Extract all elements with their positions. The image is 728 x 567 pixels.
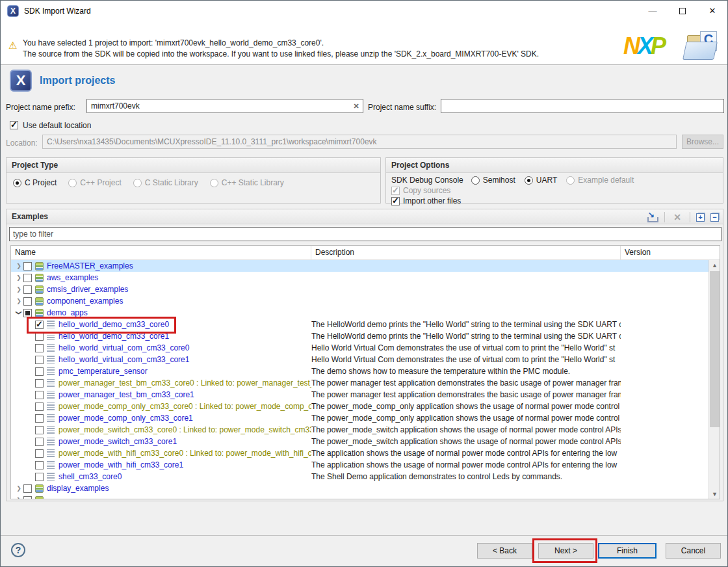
expand-all-icon[interactable]: + (696, 213, 705, 222)
expand-arrow-icon[interactable]: ❯ (14, 497, 23, 499)
version-cell (621, 272, 709, 284)
row-checkbox[interactable] (23, 285, 32, 294)
table-row[interactable]: ❯component_examples (11, 295, 709, 307)
table-row[interactable]: ❯display_examples (11, 482, 709, 494)
expand-arrow-icon[interactable]: ❯ (14, 485, 23, 492)
row-checkbox[interactable] (35, 438, 44, 446)
clear-prefix-icon[interactable]: ✕ (352, 101, 361, 111)
row-checkbox[interactable] (35, 391, 44, 399)
description-cell (311, 307, 621, 319)
use-default-location-checkbox[interactable] (10, 121, 18, 129)
table-row[interactable]: power_mode_comp_only_cm33_core0 : Linked… (11, 401, 709, 412)
table-row[interactable]: shell_cm33_core0The Shell Demo applicati… (11, 471, 709, 482)
table-row[interactable]: ❯demo_apps (11, 307, 709, 319)
radio-control[interactable] (13, 179, 21, 187)
row-checkbox[interactable] (35, 332, 44, 341)
radio-control[interactable] (566, 176, 575, 185)
checkbox-control[interactable] (391, 197, 400, 205)
close-button[interactable]: ✕ (697, 1, 727, 21)
example-name: power_mode_comp_only_cm33_core0 : Linked… (58, 402, 311, 411)
table-row[interactable]: ❯FreeMASTER_examples (11, 260, 709, 272)
expand-arrow-icon[interactable]: ❯ (14, 286, 23, 293)
radio-option[interactable]: C Static Library (133, 178, 198, 187)
table-row[interactable]: hello_world_virtual_com_cm33_core1Hello … (11, 354, 709, 365)
table-row[interactable]: power_mode_with_hifi_cm33_core0 : Linked… (11, 447, 709, 459)
table-row[interactable]: power_mode_switch_cm33_core0 : Linked to… (11, 424, 709, 436)
column-header-name[interactable]: Name (11, 246, 311, 259)
row-checkbox[interactable] (35, 367, 44, 376)
row-checkbox[interactable] (23, 262, 32, 270)
table-row[interactable]: power_manager_test_bm_cm33_core0 : Linke… (11, 377, 709, 389)
table-row[interactable]: power_mode_with_hifi_cm33_core1The appli… (11, 459, 709, 471)
table-row[interactable]: ❯cmsis_driver_examples (11, 284, 709, 295)
table-row[interactable]: ❯aws_examples (11, 272, 709, 284)
expand-arrow-icon[interactable]: ❯ (14, 274, 23, 281)
collapse-arrow-icon[interactable]: ❯ (16, 308, 22, 317)
column-header-description[interactable]: Description (311, 246, 621, 259)
scroll-up-icon[interactable]: ▲ (709, 260, 720, 271)
example-name: hello_world_demo_cm33_core1 (58, 332, 169, 341)
row-checkbox[interactable] (35, 449, 44, 458)
table-row[interactable]: power_mode_switch_cm33_core1The power_mo… (11, 436, 709, 447)
radio-control[interactable] (525, 176, 533, 185)
vertical-scrollbar[interactable]: ▲ ▼ (708, 260, 720, 499)
checkbox-option[interactable]: Copy sources (391, 186, 723, 195)
next-button[interactable]: Next > (538, 543, 593, 559)
radio-control[interactable] (133, 179, 142, 187)
description-cell: The demo shows how to measure the temper… (311, 365, 621, 377)
table-row[interactable]: hello_world_virtual_com_cm33_core0Hello … (11, 342, 709, 354)
checkbox-control[interactable] (391, 187, 400, 195)
scroll-down-icon[interactable]: ▼ (709, 489, 720, 499)
radio-control[interactable] (210, 179, 218, 187)
row-checkbox[interactable] (35, 414, 44, 423)
row-checkbox[interactable] (23, 484, 32, 493)
prefix-input[interactable] (86, 99, 363, 113)
expand-arrow-icon[interactable]: ❯ (14, 298, 23, 304)
cancel-button[interactable]: Cancel (666, 543, 721, 559)
radio-option[interactable]: Example default (566, 176, 634, 185)
option-label: C++ Static Library (222, 178, 284, 187)
sdk-debug-console-label: SDK Debug Console (391, 176, 463, 185)
checkbox-option[interactable]: Import other files (391, 196, 723, 205)
row-checkbox[interactable] (35, 379, 44, 388)
row-checkbox[interactable] (23, 297, 32, 306)
back-button[interactable]: < Back (477, 543, 532, 559)
radio-option[interactable]: C Project (13, 178, 57, 187)
finish-button[interactable]: Finish (598, 543, 656, 559)
table-row[interactable]: pmc_temperature_sensorThe demo shows how… (11, 365, 709, 377)
row-checkbox[interactable] (35, 461, 44, 469)
row-checkbox[interactable] (23, 496, 32, 500)
row-checkbox[interactable] (35, 402, 44, 411)
table-row[interactable]: power_mode_comp_only_cm33_core1The power… (11, 412, 709, 424)
row-checkbox[interactable] (35, 426, 44, 434)
window-title: SDK Import Wizard (24, 7, 91, 16)
import-examples-icon[interactable] (645, 211, 658, 223)
table-row[interactable]: ❯ (11, 494, 709, 499)
radio-option[interactable]: Semihost (471, 176, 515, 185)
radio-option[interactable]: UART (525, 176, 557, 185)
row-checkbox[interactable] (23, 309, 32, 317)
row-checkbox[interactable] (35, 344, 44, 352)
row-checkbox[interactable] (35, 321, 44, 329)
row-checkbox[interactable] (35, 356, 44, 364)
scrollbar-thumb[interactable] (710, 271, 720, 427)
project-options-checkboxes: Copy sourcesImport other files (391, 186, 723, 205)
table-row[interactable]: hello_world_demo_cm33_core0The HelloWorl… (11, 319, 709, 330)
radio-control[interactable] (68, 179, 77, 187)
maximize-button[interactable] (668, 1, 697, 21)
radio-option[interactable]: C++ Project (68, 178, 121, 187)
help-button[interactable]: ? (11, 543, 25, 557)
table-row[interactable]: power_manager_test_bm_cm33_core1The powe… (11, 389, 709, 401)
minimize-button[interactable]: — (638, 1, 668, 21)
suffix-input[interactable] (441, 99, 724, 113)
example-group-icon (35, 274, 44, 282)
table-row[interactable]: hello_world_demo_cm33_core1The HelloWorl… (11, 330, 709, 342)
expand-arrow-icon[interactable]: ❯ (14, 263, 23, 269)
filter-input[interactable] (9, 227, 722, 241)
column-header-version[interactable]: Version (621, 246, 698, 259)
radio-control[interactable] (471, 176, 480, 185)
row-checkbox[interactable] (23, 274, 32, 282)
row-checkbox[interactable] (35, 473, 44, 481)
collapse-all-icon[interactable]: − (710, 213, 719, 222)
radio-option[interactable]: C++ Static Library (210, 178, 284, 187)
